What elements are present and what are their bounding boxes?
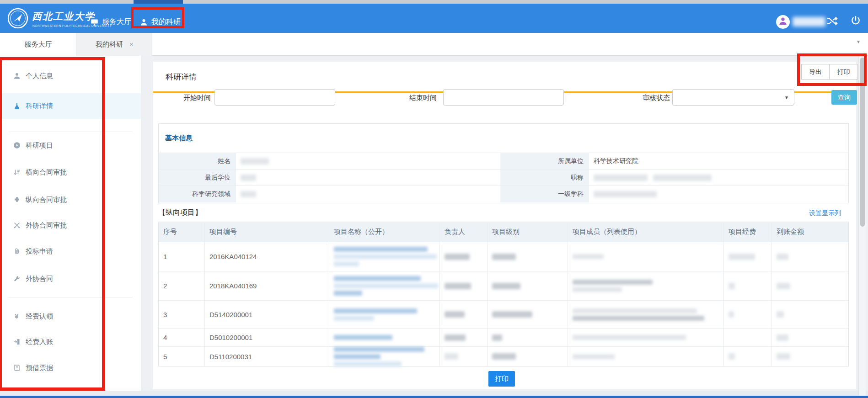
sidebar-item-fund-entry[interactable]: 经费入账 [0, 333, 141, 351]
start-time-input[interactable] [214, 89, 335, 106]
sidebar-item-label: 科研详情 [26, 102, 53, 111]
basic-info-grid: 姓名所属单位科学技术研究院最后学位职称科学研究领域一级学科 [159, 153, 848, 202]
table-row: 3D5140200001 [159, 301, 848, 329]
sidebar-item-ticket-preborrow[interactable]: 预借票据 [0, 359, 141, 377]
tab-service-hall[interactable]: 服务大厅 [0, 33, 77, 56]
wrench-icon [13, 275, 21, 283]
sidebar-item-research-detail[interactable]: 科研详情 [0, 93, 141, 119]
received-cell [772, 329, 848, 347]
fund-cell [724, 347, 772, 366]
sidebar-divider [8, 297, 133, 297]
sidebar-item-label: 预借票据 [26, 364, 53, 372]
review-status-select[interactable]: ▼ [672, 89, 794, 106]
nav-service-hall-label: 服务大厅 [102, 17, 131, 27]
sidebar-item-personal-info[interactable]: 个人信息 [0, 67, 141, 85]
chevron-down-icon[interactable]: ▼ [856, 39, 861, 44]
redacted-text [729, 254, 755, 260]
members-cell [568, 347, 724, 366]
sidebar-item-vertical-approve[interactable]: 纵向合同审批 [0, 191, 141, 209]
project-name-link[interactable] [329, 301, 440, 329]
export-button[interactable]: 导出 [801, 64, 830, 80]
leader-cell [440, 301, 488, 329]
project-code-cell: D5140200001 [205, 301, 329, 329]
tab-my-research[interactable]: 我的科研× [77, 33, 152, 56]
sidebar-item-label: 横向合同审批 [26, 168, 67, 177]
basic-info-header: 基本信息 [159, 124, 848, 153]
basic-info-field-label: 最后学位 [159, 170, 236, 186]
redacted-text [777, 311, 784, 318]
sidebar-item-research-projects[interactable]: 科研项目 [0, 136, 141, 154]
redacted-text [777, 353, 790, 360]
redacted-text [777, 334, 788, 341]
column-header: 序号 [159, 222, 205, 242]
redacted-text [573, 287, 622, 292]
redacted-text [334, 308, 417, 313]
sidebar-item-fund-claim[interactable]: ¥经费认领 [0, 307, 141, 325]
flask-icon [13, 102, 21, 110]
received-cell [772, 242, 848, 271]
set-columns-link[interactable]: 设置显示列 [809, 209, 841, 218]
end-time-label: 结束时间 [384, 93, 437, 103]
basic-info-field-value: 科学技术研究院 [589, 153, 848, 170]
logout-power-icon[interactable] [851, 16, 861, 26]
sidebar-item-outsource-contract[interactable]: 外协合同 [0, 270, 141, 288]
project-name-link[interactable] [329, 329, 440, 347]
app-header: 西北工业大学 NORTHWESTERN POLYTECHNICAL UNIVER… [0, 4, 868, 33]
nav-my-research[interactable]: 我的科研 [140, 14, 181, 30]
browser-tab-fragment [134, 0, 183, 4]
user-icon [13, 72, 21, 80]
basic-info-panel: 基本信息 姓名所属单位科学技术研究院最后学位职称科学研究领域一级学科 [158, 123, 849, 203]
redacted-text [241, 158, 269, 165]
redacted-text [594, 175, 648, 181]
play-icon [13, 142, 21, 149]
received-cell [772, 301, 848, 329]
project-name-link[interactable] [329, 347, 440, 366]
end-time-input[interactable] [443, 89, 564, 106]
sidebar-item-label: 外协合同 [26, 275, 53, 283]
redacted-text [334, 316, 374, 321]
print-button-bottom[interactable]: 打印 [488, 371, 515, 387]
redacted-text [492, 283, 520, 289]
clip-icon [13, 248, 21, 255]
scrollbar[interactable] [858, 56, 866, 398]
print-button-top[interactable]: 打印 [830, 64, 858, 80]
sidebar-item-label: 经费入账 [26, 338, 53, 346]
received-cell [772, 347, 848, 366]
redacted-text [334, 335, 392, 340]
sidebar-item-outsource-approve[interactable]: 外协合同审批 [0, 216, 141, 234]
table-row: 4D5010200001 [159, 329, 848, 347]
nav-service-hall[interactable]: 服务大厅 [91, 14, 131, 30]
sidebar-item-label: 个人信息 [26, 72, 53, 80]
yen-icon: ¥ [13, 313, 21, 320]
basic-info-title: 基本信息 [165, 134, 193, 143]
table-row: 5D5110200031 [159, 347, 848, 366]
basic-info-field-label: 科学研究领域 [159, 186, 236, 202]
fund-cell [724, 301, 772, 329]
project-code-cell: 2016KA040124 [205, 242, 329, 271]
projects-table: 序号项目编号项目名称（公开）负责人项目级别项目成员（列表使用）项目经费到账金额 … [158, 222, 849, 366]
sidebar-item-label: 经费认领 [26, 312, 53, 321]
projects-table-header: 序号项目编号项目名称（公开）负责人项目级别项目成员（列表使用）项目经费到账金额 [159, 222, 848, 242]
redacted-text [334, 361, 402, 366]
redacted-text [445, 254, 470, 260]
footer-blue-bar [0, 396, 868, 398]
project-name-link[interactable] [329, 271, 440, 301]
ledger-icon [13, 338, 21, 346]
sidebar-item-bid-apply[interactable]: 投标申请 [0, 242, 141, 260]
app-window: 西北工业大学 NORTHWESTERN POLYTECHNICAL UNIVER… [0, 0, 868, 398]
close-icon[interactable]: × [129, 40, 134, 48]
redacted-text [729, 311, 734, 318]
avatar[interactable] [776, 15, 790, 29]
switch-account-icon[interactable] [827, 16, 838, 26]
project-name-link[interactable] [329, 242, 440, 271]
redacted-text [334, 276, 421, 281]
start-time-label: 开始时间 [158, 93, 211, 103]
sidebar-item-horizontal-approve[interactable]: 横向合同审批 [0, 163, 141, 181]
scrollbar-thumb[interactable] [860, 58, 865, 227]
redacted-text [777, 283, 790, 289]
redacted-text [445, 311, 465, 318]
search-button[interactable]: 查询 [831, 90, 857, 105]
redacted-text [241, 191, 256, 197]
leader-cell [440, 347, 488, 366]
redacted-text [334, 254, 437, 259]
